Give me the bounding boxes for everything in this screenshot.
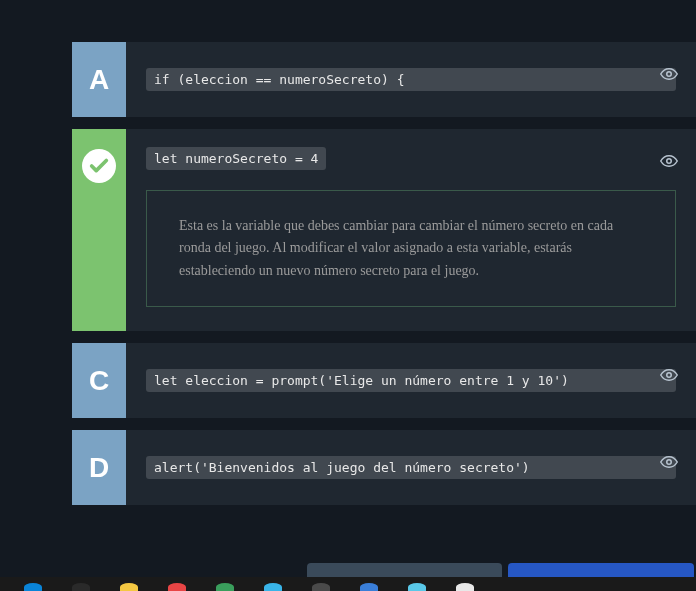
eye-icon[interactable] — [660, 367, 678, 385]
code-snippet: alert('Bienvenidos al juego del número s… — [146, 456, 676, 479]
option-letter: C — [89, 365, 109, 397]
code-snippet: if (eleccion == numeroSecreto) { — [146, 68, 676, 91]
browser-button-right[interactable] — [508, 563, 694, 577]
taskbar-app-icon[interactable] — [360, 583, 378, 591]
quiz-option-b-correct[interactable]: let numeroSecreto = 4 Esta es la variabl… — [72, 129, 696, 331]
code-snippet: let eleccion = prompt('Elige un número e… — [146, 369, 676, 392]
taskbar-app-icon[interactable] — [264, 583, 282, 591]
option-letter: A — [89, 64, 109, 96]
taskbar-app-icon[interactable] — [120, 583, 138, 591]
browser-button-bar — [307, 563, 694, 577]
eye-icon[interactable] — [660, 454, 678, 472]
option-content: alert('Bienvenidos al juego del número s… — [126, 430, 696, 505]
option-label-correct — [72, 129, 126, 331]
option-letter: D — [89, 452, 109, 484]
code-snippet: let numeroSecreto = 4 — [146, 147, 326, 170]
eye-icon[interactable] — [660, 153, 678, 171]
svg-point-0 — [667, 72, 672, 77]
svg-point-3 — [667, 460, 672, 465]
option-label-a: A — [72, 42, 126, 117]
option-content: if (eleccion == numeroSecreto) { — [126, 42, 696, 117]
taskbar-app-icon[interactable] — [456, 583, 474, 591]
taskbar-app-icon[interactable] — [72, 583, 90, 591]
quiz-option-c[interactable]: C let eleccion = prompt('Elige un número… — [72, 343, 696, 418]
option-label-d: D — [72, 430, 126, 505]
taskbar-app-icon[interactable] — [216, 583, 234, 591]
taskbar-app-icon[interactable] — [312, 583, 330, 591]
quiz-option-d[interactable]: D alert('Bienvenidos al juego del número… — [72, 430, 696, 505]
option-label-c: C — [72, 343, 126, 418]
svg-point-1 — [667, 159, 672, 164]
browser-button-left[interactable] — [307, 563, 502, 577]
explanation-text: Esta es la variable que debes cambiar pa… — [146, 190, 676, 307]
taskbar-app-icon[interactable] — [24, 583, 42, 591]
quiz-option-a[interactable]: A if (eleccion == numeroSecreto) { — [72, 42, 696, 117]
svg-point-2 — [667, 373, 672, 378]
checkmark-icon — [82, 149, 116, 183]
quiz-options-list: A if (eleccion == numeroSecreto) { let n… — [0, 0, 696, 505]
eye-icon[interactable] — [660, 66, 678, 84]
windows-taskbar[interactable] — [0, 577, 696, 591]
option-content: let eleccion = prompt('Elige un número e… — [126, 343, 696, 418]
taskbar-app-icon[interactable] — [168, 583, 186, 591]
option-content: let numeroSecreto = 4 Esta es la variabl… — [126, 129, 696, 331]
taskbar-app-icon[interactable] — [408, 583, 426, 591]
